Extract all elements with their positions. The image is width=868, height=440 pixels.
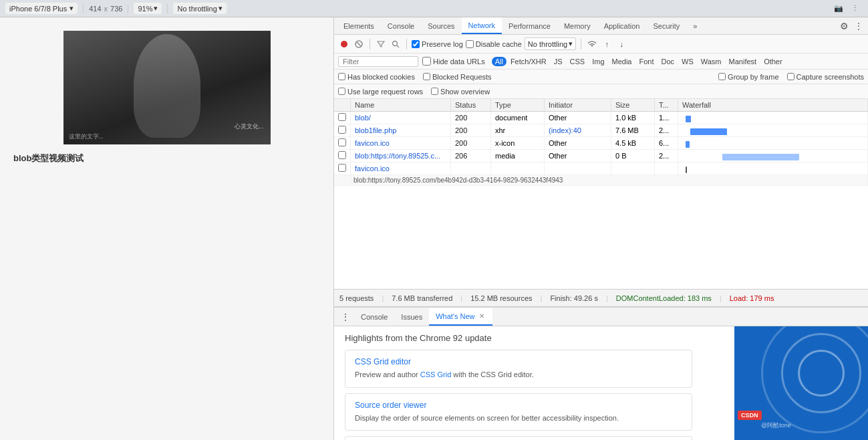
network-table: Name Status Type Initiator Size T... Wat… [334,99,868,186]
source-order-title[interactable]: Source order viewer [355,401,682,410]
device-selector[interactable]: iPhone 6/7/8 Plus ▾ [5,3,78,14]
settings-gear-icon[interactable]: ⚙ [836,18,852,34]
table-row[interactable]: favicon.ico 200 x-icon Other 4.5 kB 6... [334,137,868,150]
disable-cache-label[interactable]: Disable cache [466,40,522,48]
tab-issues-bottom[interactable]: Issues [394,308,429,326]
col-name[interactable]: Name [351,99,451,112]
group-by-frame-label[interactable]: Group by frame [718,73,778,81]
has-blocked-cookies-cb[interactable] [338,73,345,80]
disable-cache-checkbox[interactable] [466,40,474,48]
filter-btn[interactable] [375,38,387,50]
whats-new-close-btn[interactable]: ✕ [478,312,486,320]
tab-sources[interactable]: Sources [421,17,461,34]
filter-type-manifest[interactable]: Manifest [726,57,760,66]
tab-memory[interactable]: Memory [557,17,597,34]
svg-point-0 [341,41,347,47]
tab-application[interactable]: Application [597,17,647,34]
css-grid-link[interactable]: CSS Grid [420,370,451,378]
tab-performance[interactable]: Performance [502,17,557,34]
col-time[interactable]: T... [655,99,678,112]
whats-new-card-source: Source order viewer Display the order of… [345,393,692,431]
capture-screenshots-cb[interactable] [787,73,794,80]
col-waterfall[interactable]: Waterfall [678,99,868,112]
col-status[interactable]: Status [451,99,491,112]
tooltip-spacer [334,175,351,186]
filter-type-buttons: All Fetch/XHR JS CSS Img Media Font Doc … [492,57,786,66]
css-grid-editor-title[interactable]: CSS Grid editor [355,357,682,366]
search-btn[interactable] [390,38,402,50]
upload-icon[interactable]: ↑ [601,38,613,50]
filter-type-css[interactable]: CSS [567,57,589,66]
filter-type-font[interactable]: Font [635,57,657,66]
has-blocked-cookies-label[interactable]: Has blocked cookies [338,73,415,81]
row-initiator: Other [545,150,611,162]
filter-type-media[interactable]: Media [609,57,635,66]
row-check-cell [334,124,351,137]
record-btn[interactable] [338,38,350,50]
tab-console-bottom[interactable]: Console [354,308,394,326]
preserve-log-checkbox[interactable] [412,40,420,48]
row-status: 200 [451,124,491,137]
tab-console[interactable]: Console [381,17,421,34]
video-overlay-text: 心灵文化... [235,122,264,131]
devtools-more-icon[interactable]: ⋮ [852,18,865,34]
hide-data-urls-checkbox[interactable] [422,57,431,66]
row-checkbox[interactable] [338,138,346,146]
tab-security[interactable]: Security [646,17,686,34]
tab-elements[interactable]: Elements [337,17,381,34]
row-checkbox[interactable] [338,126,346,134]
filter-type-other[interactable]: Other [760,57,786,66]
filter-type-all[interactable]: All [492,57,507,66]
large-rows-label[interactable]: Use large request rows [338,88,423,96]
bottom-dots-icon[interactable]: ⋮ [337,312,354,322]
group-by-frame-text: Group by frame [728,73,778,81]
large-rows-cb[interactable] [338,88,345,95]
wifi-icon[interactable] [586,38,598,50]
row-initiator: (index):40 [545,124,611,137]
col-size[interactable]: Size [611,99,655,112]
filter-type-fetch[interactable]: Fetch/XHR [507,57,550,66]
more-options-btn[interactable]: ⋮ [847,2,863,15]
throttle-selector[interactable]: No throttling ▾ [173,3,226,14]
table-row[interactable]: blob:https://tony.89525.c... 206 media O… [334,150,868,162]
table-row[interactable]: favicon.ico [334,162,868,175]
row-checkbox[interactable] [338,151,346,159]
network-toolbar: Preserve log Disable cache No throttling… [334,35,868,53]
filter-type-wasm[interactable]: Wasm [698,57,725,66]
table-row[interactable]: blob1file.php 200 xhr (index):40 7.6 MB … [334,124,868,137]
tab-more[interactable]: » [686,17,704,34]
filter-type-doc[interactable]: Doc [658,57,678,66]
group-by-frame-cb[interactable] [718,73,726,80]
col-initiator[interactable]: Initiator [545,99,611,112]
filter-input[interactable] [338,56,418,67]
throttle-dropdown[interactable]: No throttling ▾ [525,37,576,50]
preserve-log-label[interactable]: Preserve log [412,40,463,48]
filter-type-ws[interactable]: WS [678,57,697,66]
row-size: 0 B [611,150,655,162]
capture-screenshots-label[interactable]: Capture screenshots [787,73,865,81]
throttle-value: No throttling [177,5,216,13]
issues-tab-label: Issues [401,313,422,321]
hide-data-urls-label[interactable]: Hide data URLs [422,57,485,66]
filter-type-img[interactable]: Img [589,57,607,66]
bottom-panel: ⋮ Console Issues What's New ✕ Highlights… [334,306,868,440]
tab-network[interactable]: Network [462,17,502,34]
row-status: 200 [451,137,491,150]
clear-btn[interactable] [353,38,365,50]
download-icon[interactable]: ↓ [615,38,627,50]
blocked-requests-cb[interactable] [423,73,430,80]
capture-screenshot-btn[interactable]: 📷 [831,2,847,15]
filter-row: Hide data URLs All Fetch/XHR JS CSS Img … [334,53,868,70]
show-overview-label[interactable]: Show overview [431,88,490,96]
filter-type-js[interactable]: JS [551,57,566,66]
col-type[interactable]: Type [491,99,545,112]
table-row[interactable]: blob/ 200 document Other 1.0 kB 1... [334,112,868,124]
blocked-requests-label[interactable]: Blocked Requests [423,73,492,81]
tab-whats-new-bottom[interactable]: What's New ✕ [429,308,492,326]
row-checkbox[interactable] [338,164,346,172]
checks-row: Has blocked cookies Blocked Requests Gro… [334,70,868,84]
zoom-selector[interactable]: 91% ▾ [134,3,162,14]
status-dom-loaded: DOMContentLoaded: 183 ms [616,294,712,302]
row-checkbox[interactable] [338,113,346,121]
show-overview-cb[interactable] [431,88,438,95]
